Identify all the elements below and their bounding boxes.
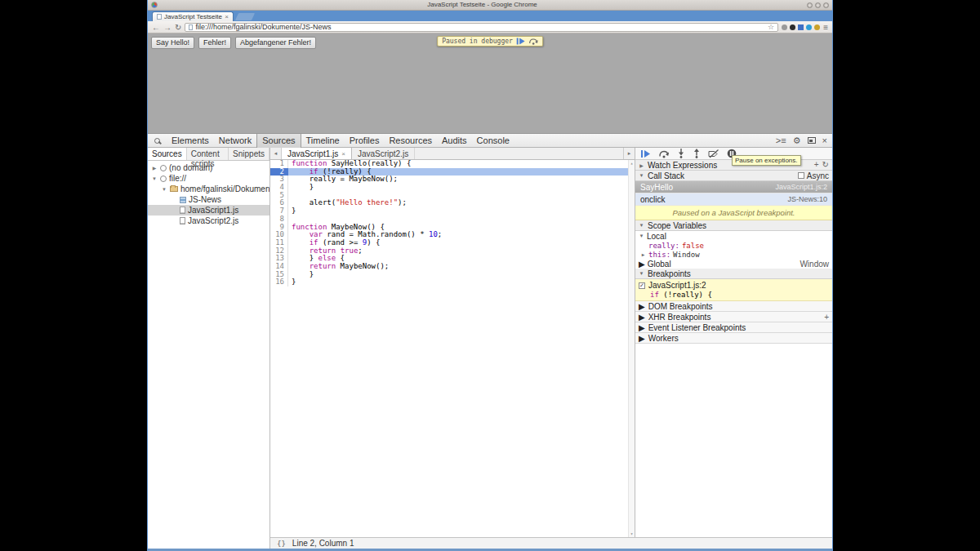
section-scope-variables[interactable]: ▼ Scope Variables (635, 220, 832, 231)
section-workers[interactable]: ▶Workers (635, 333, 832, 344)
source-code[interactable]: ▴ ▾ 1function SayHello(really) {2 if (!r… (270, 160, 635, 537)
maximize-button[interactable] (815, 2, 821, 8)
pretty-print-icon[interactable]: {} (276, 539, 287, 549)
line-number[interactable]: 6 (270, 199, 288, 207)
new-tab-button[interactable] (235, 13, 255, 20)
scope-group-global[interactable]: ▶GlobalWindow (635, 259, 832, 269)
tree-item-javascript2-js[interactable]: JavaScript2.js (148, 216, 270, 226)
bookmark-star-icon[interactable]: ☆ (768, 22, 774, 33)
menu-icon[interactable]: ≡ (823, 22, 828, 33)
line-number[interactable]: 2 (270, 168, 288, 176)
line-number[interactable]: 4 (270, 184, 288, 192)
disclosure-icon[interactable]: ▶ (639, 323, 645, 332)
section-call-stack[interactable]: ▼ Call Stack Async (635, 171, 832, 181)
page-button-2[interactable]: Abgefangener Fehler! (235, 37, 316, 49)
back-icon[interactable]: ← (152, 22, 160, 33)
breakpoint-entry[interactable]: ✓JavaScript1.js:2if (!really) { (635, 279, 832, 301)
minimize-button[interactable] (807, 2, 813, 8)
call-frame-onclick[interactable]: onclickJS-News:10 (635, 193, 832, 206)
resume-icon[interactable] (640, 149, 651, 158)
extension-gray-icon[interactable] (782, 24, 787, 30)
settings-gear-icon[interactable]: ⚙ (793, 136, 801, 145)
disclosure-icon[interactable]: ▼ (639, 233, 644, 238)
disclosure-icon[interactable]: ▶ (639, 162, 644, 168)
disclosure-icon[interactable]: ▼ (639, 173, 644, 178)
tab-scroll-right-icon[interactable]: ▸ (623, 148, 635, 159)
page-button-0[interactable]: Say Hello! (151, 37, 194, 49)
panel-tab-network[interactable]: Network (214, 134, 256, 148)
editor-tab-javascript1.js[interactable]: JavaScript1.js× (282, 148, 352, 159)
extension-blue-square-icon[interactable] (798, 24, 804, 30)
panel-tab-console[interactable]: Console (472, 134, 514, 148)
browser-tab[interactable]: JavaScript Testseite × (152, 11, 234, 21)
panel-tab-audits[interactable]: Audits (437, 134, 472, 148)
disclosure-icon[interactable]: ▶ (639, 260, 645, 269)
panel-tab-timeline[interactable]: Timeline (301, 134, 345, 148)
scope-var-really[interactable]: really: false (635, 241, 832, 250)
tree-item-file-[interactable]: ▼file:// (148, 173, 270, 184)
panel-tab-elements[interactable]: Elements (167, 134, 214, 148)
call-frame-sayhello[interactable]: SayHelloJavaScript1.js:2 (635, 181, 832, 193)
address-bar[interactable]: file:///home/fgalinski/Dokumente/JS-News… (185, 23, 778, 32)
panel-tab-sources[interactable]: Sources (256, 134, 301, 148)
section-event-listener-breakpoints[interactable]: ▶Event Listener Breakpoints (635, 322, 832, 333)
line-number[interactable]: 8 (270, 216, 288, 224)
tree-disclosure-icon[interactable]: ▼ (161, 187, 167, 192)
dock-side-icon[interactable] (808, 137, 816, 144)
close-button[interactable] (823, 2, 829, 8)
breakpoint-checkbox[interactable]: ✓ (639, 282, 645, 289)
tree-item-javascript1-js[interactable]: JavaScript1.js (148, 205, 270, 216)
line-number[interactable]: 16 (270, 278, 288, 287)
banner-step-over-icon[interactable] (528, 38, 538, 45)
tree-item-home-fgalinski-dokumente[interactable]: ▼home/fgalinski/Dokumente (148, 184, 270, 194)
line-number[interactable]: 5 (270, 192, 288, 200)
section-breakpoints[interactable]: ▼ Breakpoints (635, 269, 832, 279)
sidebar-tab-sources[interactable]: Sources (148, 148, 187, 160)
step-into-icon[interactable] (677, 149, 685, 158)
disclosure-icon[interactable]: ▼ (639, 271, 644, 276)
scroll-down-icon[interactable]: ▾ (630, 531, 634, 537)
extension-teal-icon[interactable] (806, 24, 812, 30)
disclosure-icon[interactable]: ▶ (639, 302, 645, 311)
sidebar-tab-content-scripts[interactable]: Content scripts (187, 148, 229, 160)
banner-resume-icon[interactable] (516, 38, 525, 45)
search-icon[interactable] (154, 138, 160, 144)
scope-var-this[interactable]: ▶this: Window (635, 250, 832, 259)
devtools-close-icon[interactable]: × (822, 136, 827, 145)
tab-close-icon[interactable]: × (225, 13, 229, 20)
step-over-icon[interactable] (658, 149, 670, 158)
editor-tab-javascript2.js[interactable]: JavaScript2.js (352, 148, 415, 159)
tree-item--no-domain-[interactable]: ▶(no domain) (148, 162, 270, 173)
tree-item-js-news[interactable]: JS-News (148, 194, 270, 205)
reload-icon[interactable]: ↻ (175, 22, 181, 33)
tree-disclosure-icon[interactable]: ▼ (151, 176, 158, 181)
step-out-icon[interactable] (693, 149, 701, 158)
tree-disclosure-icon[interactable]: ▶ (151, 165, 158, 171)
tab-scroll-left-icon[interactable]: ◂ (270, 148, 282, 159)
refresh-watch-icon[interactable]: ↻ (822, 161, 829, 169)
editor-scrollbar[interactable]: ▴ ▾ (628, 160, 635, 537)
disclosure-icon[interactable]: ▼ (639, 223, 644, 228)
section-dom-breakpoints[interactable]: ▶DOM Breakpoints (635, 301, 832, 312)
scroll-up-icon[interactable]: ▴ (630, 160, 634, 167)
deactivate-breakpoints-icon[interactable] (708, 149, 719, 158)
add-icon[interactable]: + (824, 313, 829, 322)
disclosure-icon[interactable]: ▶ (639, 334, 645, 343)
page-button-1[interactable]: Fehler! (198, 37, 231, 49)
disclosure-icon[interactable]: ▶ (639, 313, 645, 322)
console-drawer-icon[interactable]: >≡ (776, 136, 786, 145)
add-watch-icon[interactable]: + (814, 161, 819, 169)
panel-tab-profiles[interactable]: Profiles (345, 134, 385, 148)
async-toggle[interactable]: Async (798, 171, 829, 180)
scope-group-local[interactable]: ▼Local (635, 231, 832, 241)
section-xhr-breakpoints[interactable]: ▶XHR Breakpoints+ (635, 312, 832, 322)
url-text[interactable]: file:///home/fgalinski/Dokumente/JS-News (195, 23, 331, 31)
forward-icon[interactable]: → (163, 22, 172, 33)
disclosure-icon[interactable]: ▶ (640, 251, 646, 257)
extension-yellow-icon[interactable] (814, 24, 820, 30)
async-checkbox[interactable] (798, 172, 804, 179)
sidebar-tab-snippets[interactable]: Snippets (229, 148, 270, 160)
line-number[interactable]: 7 (270, 207, 288, 216)
extension-black-icon[interactable] (790, 24, 795, 30)
editor-tab-close-icon[interactable]: × (341, 149, 345, 159)
